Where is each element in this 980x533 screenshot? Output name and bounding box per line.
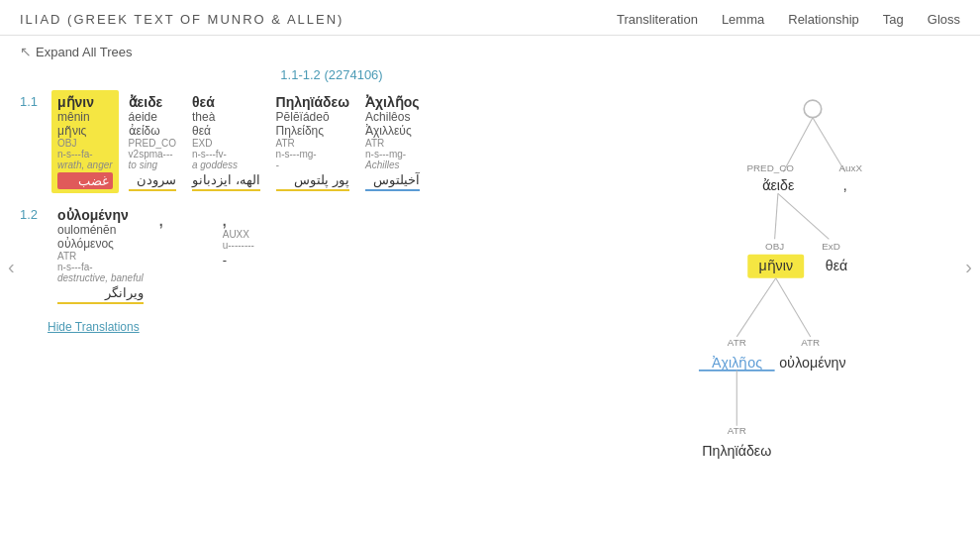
comma2-morph: u-------- (223, 240, 270, 251)
nav-gloss[interactable]: Gloss (928, 12, 960, 27)
toolbar: ↖ Expand All Trees (0, 36, 980, 67)
header-nav: Transliteration Lemma Relationship Tag G… (617, 12, 960, 27)
expand-all-button[interactable]: ↖ Expand All Trees (20, 44, 133, 59)
word-achileos-tag: ATR (365, 138, 420, 149)
sentence-ref: 1.1-1.2 (2274106) (20, 67, 643, 82)
word-menin-greek2: μῆνις (57, 124, 113, 138)
comma2-symbol: , (223, 207, 270, 229)
word-peleiades-greek2: Πηλείδης (276, 124, 349, 138)
line-number-1-2: 1.2 (20, 203, 48, 222)
svg-text:οὐλομένην: οὐλομένην (779, 355, 845, 371)
word-menin-persian: غضب (57, 172, 113, 189)
svg-text:AuxX: AuxX (839, 162, 863, 173)
word-comma1: , (153, 203, 213, 233)
word-peleiades-gloss: - (276, 160, 349, 170)
tree-panel: PRED_CO AuxX ἄειδε , OBJ ExD μῆνιν θεά (643, 67, 960, 533)
line-1-1-row: 1.1 μῆνιν mênin μῆνις OBJ n-s---fa- wrat… (20, 90, 643, 195)
svg-line-7 (775, 193, 778, 239)
next-button[interactable]: › (965, 256, 972, 278)
svg-text:ἄειδε: ἄειδε (762, 177, 795, 193)
word-comma2: , AuxX u-------- - (217, 203, 276, 271)
word-menin-tag: OBJ (57, 138, 113, 149)
word-thea-latin: theà (192, 110, 260, 124)
word-menin-greek: μῆνιν (57, 94, 113, 110)
word-thea-morph: n-s---fv- (192, 149, 260, 160)
word-menin[interactable]: μῆνιν mênin μῆνις OBJ n-s---fa- wrath, a… (51, 90, 119, 193)
word-achileos-persian: آخیلتوس (365, 172, 420, 191)
word-oulomenen-latin: ouloménēn (57, 223, 144, 237)
word-peleiades[interactable]: Πηληϊάδεω Pēlēïádeō Πηλείδης ATR n-s---m… (270, 90, 355, 195)
dependency-tree: PRED_CO AuxX ἄειδε , OBJ ExD μῆνιν θεά (643, 87, 960, 533)
expand-icon: ↖ (20, 44, 32, 59)
svg-point-0 (804, 100, 822, 118)
svg-text:ATR: ATR (801, 337, 820, 348)
word-aeide-morph: v2spma--- (129, 149, 176, 160)
word-peleiades-tag: ATR (276, 138, 349, 149)
word-achileos-morph: n-s---mg- (365, 149, 420, 160)
svg-text:ATR: ATR (728, 425, 746, 436)
word-thea-persian: الهه، ایزدبانو (192, 172, 260, 191)
word-aeide-greek: ἄειδε (129, 94, 176, 110)
word-aeide-gloss: to sing (129, 160, 176, 170)
svg-text:ExD: ExD (822, 241, 840, 252)
svg-text:ATR: ATR (728, 337, 746, 348)
word-thea-greek: θεά (192, 94, 260, 110)
line-number-1-1: 1.1 (20, 90, 48, 109)
line-1-2-row: 1.2 οὐλομένην ouloménēn οὐλόμενος ATR n-… (20, 203, 643, 308)
header: ILIAD (GREEK TEXT OF MUNRO & ALLEN) Tran… (0, 0, 980, 36)
word-menin-gloss: wrath, anger (57, 160, 113, 170)
word-peleiades-greek: Πηληϊάδεω (276, 94, 349, 110)
word-achileos[interactable]: Ἀχιλῆος Achilêos Ἀχιλλεύς ATR n-s---mg- … (359, 90, 426, 195)
nav-relationship[interactable]: Relationship (788, 12, 859, 27)
word-aeide-persian: سرودن (129, 172, 176, 191)
word-menin-latin: mênin (57, 110, 113, 124)
word-peleiades-latin: Pēlēïádeō (276, 110, 349, 124)
word-aeide-tag: PRED_CO (129, 138, 176, 149)
word-achileos-latin: Achilêos (365, 110, 420, 124)
word-aeide[interactable]: ἄειδε áeide ἀείδω PRED_CO v2spma--- to s… (123, 90, 182, 195)
svg-text:,: , (843, 177, 847, 193)
svg-line-8 (778, 193, 829, 239)
hide-translations-link[interactable]: Hide Translations (48, 320, 140, 334)
hide-translations-container: Hide Translations (20, 316, 643, 334)
svg-text:Ἀχιλῆος: Ἀχιλῆος (712, 355, 763, 371)
word-thea-tag: ExD (192, 138, 260, 149)
word-thea[interactable]: θεά theà θεά ExD n-s---fv- a goddess اله… (186, 90, 266, 195)
comma2-tag: AuxX (223, 229, 270, 240)
nav-transliteration[interactable]: Transliteration (617, 12, 698, 27)
svg-text:OBJ: OBJ (765, 241, 784, 252)
word-aeide-latin: áeide (129, 110, 176, 124)
word-peleiades-persian: پور پلتوس (276, 172, 349, 191)
page-title: ILIAD (GREEK TEXT OF MUNRO & ALLEN) (20, 12, 343, 27)
svg-text:Πηληϊάδεω: Πηληϊάδεω (702, 443, 771, 459)
svg-text:PRED_CO: PRED_CO (746, 162, 794, 173)
main-content: 1.1-1.2 (2274106) 1.1 μῆνιν mênin μῆνις … (0, 67, 980, 533)
word-peleiades-morph: n-s---mg- (276, 149, 349, 160)
expand-label: Expand All Trees (36, 45, 133, 59)
word-achileos-greek: Ἀχιλῆος (365, 94, 420, 110)
word-oulomenen-tag: ATR (57, 251, 144, 262)
svg-text:μῆνιν: μῆνιν (758, 258, 793, 273)
word-achileos-gloss: Achilles (365, 160, 420, 170)
word-oulomenen-greek: οὐλομένην (57, 207, 144, 223)
svg-text:θεά: θεά (826, 258, 847, 273)
word-oulomenen-gloss: destructive, baneful (57, 272, 144, 283)
word-thea-greek2: θεά (192, 124, 260, 138)
comma1-symbol: , (159, 207, 207, 229)
prev-button[interactable]: ‹ (8, 256, 15, 278)
word-thea-gloss: a goddess (192, 160, 260, 170)
svg-line-15 (776, 278, 811, 337)
word-oulomenen-greek2: οὐλόμενος (57, 237, 144, 251)
word-panel: 1.1-1.2 (2274106) 1.1 μῆνιν mênin μῆνις … (20, 67, 643, 533)
word-oulomenen[interactable]: οὐλομένην ouloménēn οὐλόμενος ATR n-s---… (51, 203, 149, 308)
word-achileos-greek2: Ἀχιλλεύς (365, 124, 420, 138)
word-oulomenen-persian: ویرانگر (57, 285, 144, 304)
comma2-persian: - (223, 253, 270, 267)
nav-tag[interactable]: Tag (883, 12, 904, 27)
word-menin-morph: n-s---fa- (57, 149, 113, 160)
svg-line-14 (736, 278, 775, 337)
word-aeide-greek2: ἀείδω (129, 124, 176, 138)
word-oulomenen-morph: n-s---fa- (57, 262, 144, 272)
nav-lemma[interactable]: Lemma (722, 12, 764, 27)
